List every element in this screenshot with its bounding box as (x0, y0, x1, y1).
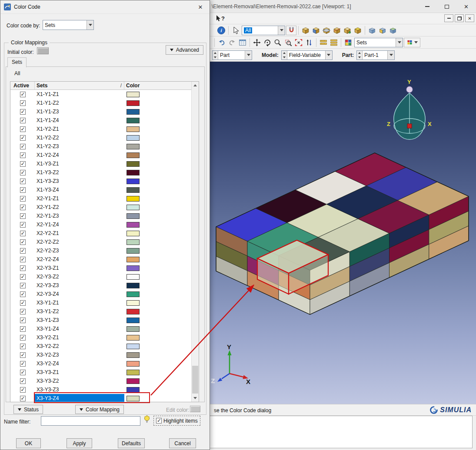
row-active-checkbox[interactable] (20, 196, 26, 202)
row-active-checkbox[interactable] (20, 283, 26, 288)
minimize-button[interactable] (417, 0, 437, 13)
viewport-restore-button[interactable] (455, 14, 464, 22)
row-active-checkbox[interactable] (20, 179, 26, 184)
row-active-checkbox[interactable] (20, 352, 26, 358)
row-active-checkbox[interactable] (20, 344, 26, 349)
ok-button[interactable]: OK (16, 438, 41, 448)
set-name[interactable]: X2-Y3-Z1 (35, 264, 124, 272)
query-info-icon[interactable]: i (216, 26, 226, 35)
cad-tool-icon-6[interactable] (353, 26, 363, 35)
set-color-swatch[interactable] (126, 361, 140, 367)
row-active-checkbox[interactable] (20, 378, 26, 384)
view-compass[interactable]: Y Z X (387, 79, 432, 139)
cancel-button[interactable]: Cancel (169, 438, 196, 448)
dialog-close-button[interactable]: ✕ (192, 1, 209, 13)
set-color-swatch[interactable] (126, 387, 140, 393)
set-name[interactable]: X1-Y1-Z2 (35, 99, 124, 107)
set-color-swatch[interactable] (126, 152, 140, 158)
row-active-checkbox[interactable] (20, 187, 26, 193)
set-color-swatch[interactable] (126, 344, 140, 349)
set-name[interactable]: X3-Y1-Z4 (35, 324, 124, 333)
module-dropdown-button[interactable] (245, 51, 252, 60)
row-active-checkbox[interactable] (20, 326, 26, 332)
set-color-swatch[interactable] (126, 318, 140, 323)
table-row[interactable]: X3-Y1-Z1 (10, 298, 192, 307)
table-row[interactable]: X3-Y1-Z2 (10, 307, 192, 316)
table-row[interactable]: X1-Y2-Z1 (10, 125, 192, 133)
compass-center[interactable] (407, 124, 412, 128)
row-active-checkbox[interactable] (20, 118, 26, 123)
auto-fit-view-icon[interactable] (293, 38, 304, 47)
table-row[interactable]: X2-Y2-Z3 (10, 246, 192, 255)
set-color-swatch[interactable] (126, 239, 140, 245)
table-row[interactable]: X2-Y2-Z4 (10, 255, 192, 264)
set-name[interactable]: X2-Y1-Z3 (35, 212, 124, 220)
set-color-swatch[interactable] (126, 291, 140, 297)
apply-button[interactable]: Apply (67, 438, 92, 448)
set-name[interactable]: X1-Y3-Z1 (35, 159, 124, 168)
table-row[interactable]: X3-Y2-Z2 (10, 342, 192, 351)
row-active-checkbox[interactable] (20, 248, 26, 254)
color-code-target-combobox[interactable]: Sets (354, 38, 403, 47)
set-name[interactable]: X2-Y2-Z2 (35, 238, 124, 246)
cad-tool-icon-1[interactable] (300, 26, 311, 35)
set-color-swatch[interactable] (126, 118, 140, 123)
set-name[interactable]: X2-Y3-Z2 (35, 272, 124, 281)
status-button[interactable]: Status (13, 405, 43, 414)
set-name[interactable]: X3-Y2-Z2 (35, 342, 124, 351)
set-color-swatch[interactable] (126, 170, 140, 175)
row-active-checkbox[interactable] (20, 161, 26, 167)
table-row[interactable]: X3-Y2-Z3 (10, 351, 192, 359)
snap-toggle-button[interactable] (286, 26, 296, 35)
part-dropdown-button[interactable] (387, 51, 394, 60)
render-style-icon-2[interactable] (329, 38, 339, 47)
mesh-tool-icon-1[interactable] (367, 26, 377, 35)
scrollbar-thumb[interactable] (192, 366, 198, 394)
set-color-swatch[interactable] (126, 370, 140, 375)
magnify-view-icon[interactable] (273, 38, 283, 47)
set-color-swatch[interactable] (126, 257, 140, 262)
set-color-swatch[interactable] (126, 205, 140, 210)
set-name[interactable]: X2-Y3-Z3 (35, 281, 124, 290)
color-code-target-dropdown-button[interactable] (396, 38, 403, 47)
set-name[interactable]: X2-Y2-Z3 (35, 246, 124, 255)
row-active-checkbox[interactable] (20, 291, 26, 297)
cad-tool-icon-2[interactable] (311, 26, 321, 35)
cad-tool-icon-4[interactable] (332, 26, 342, 35)
table-row[interactable]: X1-Y2-Z2 (10, 133, 192, 142)
set-name[interactable]: X3-Y1-Z3 (35, 316, 124, 324)
model-dropdown-button[interactable] (325, 51, 332, 60)
redo-icon[interactable] (227, 38, 237, 47)
set-name[interactable]: X1-Y2-Z1 (35, 125, 124, 133)
set-name[interactable]: X1-Y3-Z2 (35, 168, 124, 177)
cycle-views-icon[interactable] (304, 38, 314, 47)
table-scrollbar[interactable] (191, 82, 199, 402)
table-row[interactable]: X1-Y1-Z1 (10, 90, 192, 99)
model-spinner[interactable] (282, 51, 287, 60)
viewport-minimize-button[interactable] (444, 14, 453, 22)
set-name[interactable]: X3-Y3-Z4 (35, 394, 124, 402)
row-active-checkbox[interactable] (20, 222, 26, 228)
set-color-swatch[interactable] (126, 92, 140, 97)
scroll-up-button[interactable] (192, 82, 199, 89)
row-active-checkbox[interactable] (20, 300, 26, 306)
header-active[interactable]: Active (10, 82, 35, 89)
table-row[interactable]: X1-Y2-Z4 (10, 151, 192, 159)
table-row[interactable]: X2-Y3-Z2 (10, 272, 192, 281)
row-active-checkbox[interactable] (20, 239, 26, 245)
set-color-swatch[interactable] (126, 222, 140, 228)
mesh-tool-icon-3[interactable] (388, 26, 398, 35)
set-color-swatch[interactable] (126, 248, 140, 254)
set-color-swatch[interactable] (126, 274, 140, 280)
row-active-checkbox[interactable] (20, 335, 26, 341)
set-name[interactable]: X2-Y1-Z4 (35, 220, 124, 229)
maximize-button[interactable] (437, 0, 456, 13)
set-color-swatch[interactable] (126, 109, 140, 115)
set-name[interactable]: X3-Y1-Z1 (35, 298, 124, 307)
set-name[interactable]: X3-Y2-Z4 (35, 359, 124, 368)
set-name[interactable]: X1-Y3-Z4 (35, 185, 124, 194)
tip-lightbulb-icon[interactable] (143, 415, 150, 426)
set-color-swatch[interactable] (126, 300, 140, 306)
table-row[interactable]: X2-Y3-Z3 (10, 281, 192, 290)
close-button[interactable]: ✕ (456, 0, 476, 13)
